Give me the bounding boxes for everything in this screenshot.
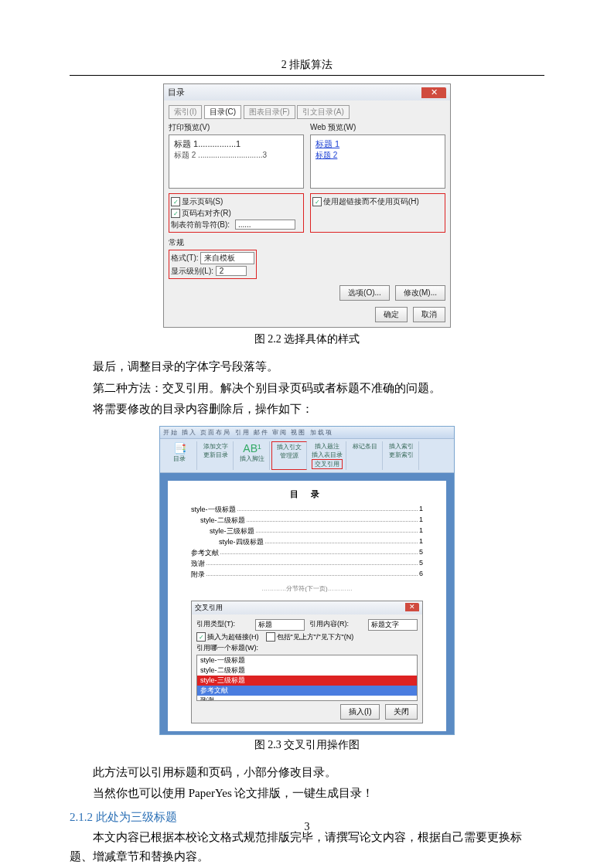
close-icon[interactable]: ✕ — [421, 87, 446, 98]
chk-align-right-label: 页码右对齐(R) — [182, 208, 231, 219]
print-preview-label: 打印预览(V) — [169, 122, 304, 133]
xref-dialog-title: 交叉引用 — [195, 603, 223, 613]
checkmark-icon: ✓ — [312, 197, 322, 206]
ribbon-group-citation[interactable]: 插入引文 管理源 — [271, 441, 307, 470]
toc-entry: 致谢5 — [191, 559, 423, 569]
toc-entry: style-一级标题1 — [191, 505, 423, 515]
ribbon-label: 添加文字 — [202, 442, 230, 451]
format-label: 格式(T): — [171, 254, 199, 262]
list-item[interactable]: style-一级标题 — [197, 655, 417, 665]
toc-entry: 参考文献5 — [191, 548, 423, 558]
close-icon[interactable]: ✕ — [405, 603, 419, 611]
list-item[interactable]: style-二级标题 — [197, 665, 417, 676]
page-header-title: 2 排版算法 — [70, 58, 544, 72]
document-preview: 目 录 style-一级标题1style-二级标题1style-三级标题1sty… — [168, 481, 446, 731]
ok-button[interactable]: 确定 — [375, 307, 408, 322]
ribbon-group-toc[interactable]: 📑 目录 — [162, 441, 197, 470]
header-rule — [70, 75, 544, 76]
toc-entry: style-三级标题1 — [191, 526, 423, 536]
show-levels-label: 显示级别(L): — [171, 267, 213, 275]
toc-entry: style-四级标题1 — [191, 537, 423, 547]
xref-type-label: 引用类型(T): — [196, 619, 251, 631]
tab-citation[interactable]: 引文目录(A) — [297, 105, 349, 119]
body-paragraph: 将需要修改的目录内容删除后，操作如下： — [70, 400, 544, 420]
toc-entry: 附录6 — [191, 570, 423, 580]
checkbox-icon — [266, 632, 275, 642]
section-break-indicator: …………分节符(下一页)………… — [191, 584, 423, 593]
insert-button[interactable]: 插入(I) — [340, 704, 380, 720]
tab-index[interactable]: 索引(I) — [169, 105, 202, 119]
web-preview-h2: 标题 2 — [316, 150, 440, 161]
cross-reference-dialog: 交叉引用 ✕ 引用类型(T): 标题 引用内容(R): 标题文字 ✓ 插入为超链… — [191, 601, 423, 723]
footnote-icon: AB¹ — [238, 442, 266, 454]
ribbon-label: 目录 — [165, 454, 193, 463]
preview-h2: 标题 2 ..............................3 — [174, 150, 298, 161]
figure-caption-2-3: 图 2.3 交叉引用操作图 — [70, 738, 544, 752]
ribbon-label: 插入索引 — [387, 442, 415, 451]
xref-content-select[interactable]: 标题文字 — [368, 619, 418, 631]
cancel-button[interactable]: 取消 — [413, 307, 445, 322]
body-paragraph: 本文内容已根据本校论文格式规范排版完毕，请撰写论文内容，根据自己需要更换标题、增… — [70, 828, 544, 867]
ribbon-group-mark[interactable]: 标记条目 — [348, 441, 383, 470]
xref-include-label: 包括"见上方"/"见下方"(N) — [277, 632, 354, 642]
modify-button[interactable]: 修改(M)... — [395, 285, 445, 301]
ribbon-label: 管理源 — [275, 451, 303, 460]
toc-title: 目 录 — [191, 488, 423, 500]
xref-heading-listbox[interactable]: style-一级标题style-二级标题style-三级标题参考文献致谢附录 — [196, 655, 418, 701]
ribbon: 📑 目录 添加文字 更新目录 AB¹ 插入脚注 插入引文 管理源 插入题注 插入… — [160, 439, 454, 473]
book-icon: 📑 — [165, 442, 193, 454]
print-preview-box: 标题 1................1 标题 2 .............… — [169, 134, 304, 189]
show-levels-spinner[interactable]: 2 — [216, 266, 247, 276]
show-page-numbers-checkbox[interactable]: ✓ 显示页码(S) — [171, 196, 302, 207]
ribbon-group-add-text[interactable]: 添加文字 更新目录 — [199, 441, 234, 470]
list-item[interactable]: 致谢 — [197, 696, 417, 701]
web-preview-h1: 标题 1 — [316, 138, 440, 150]
format-select[interactable]: 来自模板 — [200, 252, 254, 264]
dialog-title: 目录 — [168, 87, 185, 98]
chk-use-link-label: 使用超链接而不使用页码(H) — [323, 196, 419, 207]
ribbon-group-caption[interactable]: 插入题注 插入表目录 交叉引用 — [309, 441, 346, 470]
ribbon-cross-reference[interactable]: 交叉引用 — [312, 459, 343, 469]
body-paragraph: 最后，调整目录的字体字号段落等。 — [70, 357, 544, 377]
ribbon-group-index[interactable]: 插入索引 更新索引 — [384, 441, 419, 470]
checkmark-icon: ✓ — [171, 209, 180, 218]
ribbon-label: 插入表目录 — [312, 451, 343, 459]
preview-h1: 标题 1................1 — [174, 138, 298, 150]
options-button[interactable]: 选项(O)... — [339, 285, 390, 301]
toc-entry: style-二级标题1 — [191, 516, 423, 526]
ribbon-label: 插入引文 — [275, 443, 303, 451]
checkmark-icon: ✓ — [171, 197, 180, 206]
chk-show-page-label: 显示页码(S) — [182, 196, 223, 207]
xref-hyperlink-checkbox[interactable]: ✓ 插入为超链接(H) 包括"见上方"/"见下方"(N) — [196, 632, 418, 642]
tab-leader-select[interactable]: ...... — [235, 220, 295, 230]
web-preview-label: Web 预览(W) — [310, 122, 445, 133]
body-paragraph: 第二种方法：交叉引用。解决个别目录页码或者标题不准确的问题。 — [70, 379, 544, 399]
right-align-page-numbers-checkbox[interactable]: ✓ 页码右对齐(R) — [171, 208, 302, 219]
cross-reference-figure: 开始 插入 页面布局 引用 邮件 审阅 视图 加载项 📑 目录 添加文字 更新目… — [159, 426, 455, 735]
leader-label: 制表符前导符(B): — [171, 220, 230, 229]
ribbon-label: 插入题注 — [312, 442, 343, 451]
body-paragraph: 当然你也可以使用 PaperYes 论文排版，一键生成目录！ — [70, 784, 544, 804]
use-hyperlinks-checkbox[interactable]: ✓ 使用超链接而不使用页码(H) — [312, 196, 443, 207]
xref-content-label: 引用内容(R): — [309, 619, 363, 631]
ribbon-label: 标记条目 — [351, 442, 379, 451]
ribbon-label: 更新索引 — [387, 451, 415, 459]
page-number: 3 — [0, 821, 614, 833]
general-group-label: 常规 — [169, 237, 445, 248]
figure-caption-2-2: 图 2.2 选择具体的样式 — [70, 332, 544, 346]
close-button[interactable]: 关闭 — [385, 704, 418, 720]
xref-type-select[interactable]: 标题 — [255, 619, 305, 631]
tab-figures[interactable]: 图表目录(F) — [244, 105, 295, 119]
list-item[interactable]: 参考文献 — [197, 686, 417, 696]
ribbon-label: 更新目录 — [202, 451, 230, 459]
ribbon-label: 插入脚注 — [238, 454, 266, 463]
list-item[interactable]: style-三级标题 — [197, 676, 417, 686]
ribbon-group-footnote[interactable]: AB¹ 插入脚注 — [235, 441, 270, 470]
xref-which-heading-label: 引用哪一个标题(W): — [196, 643, 418, 653]
tab-toc[interactable]: 目录(C) — [204, 105, 241, 119]
xref-link-label: 插入为超链接(H) — [207, 632, 259, 642]
web-preview-box: 标题 1 标题 2 — [310, 134, 445, 189]
ribbon-tabs: 开始 插入 页面布局 引用 邮件 审阅 视图 加载项 — [160, 427, 454, 439]
toc-options-dialog: 目录 ✕ 索引(I) 目录(C) 图表目录(F) 引文目录(A) 打印预览(V)… — [163, 83, 451, 328]
checkmark-icon: ✓ — [196, 632, 206, 642]
